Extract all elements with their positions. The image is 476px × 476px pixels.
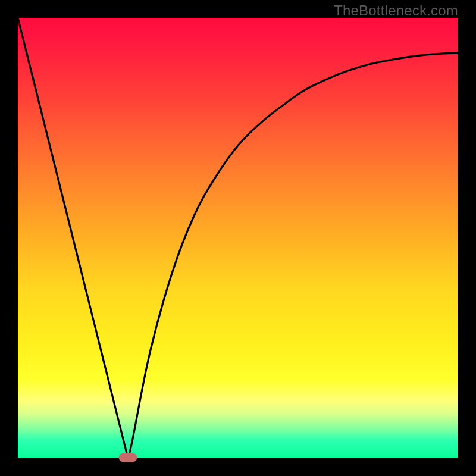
bottleneck-curve: [18, 18, 458, 458]
optimum-marker: [119, 453, 137, 462]
curve-path: [18, 18, 458, 458]
watermark-text: TheBottleneck.com: [334, 2, 458, 19]
chart-frame: TheBottleneck.com: [0, 0, 476, 476]
plot-area: [18, 18, 458, 458]
